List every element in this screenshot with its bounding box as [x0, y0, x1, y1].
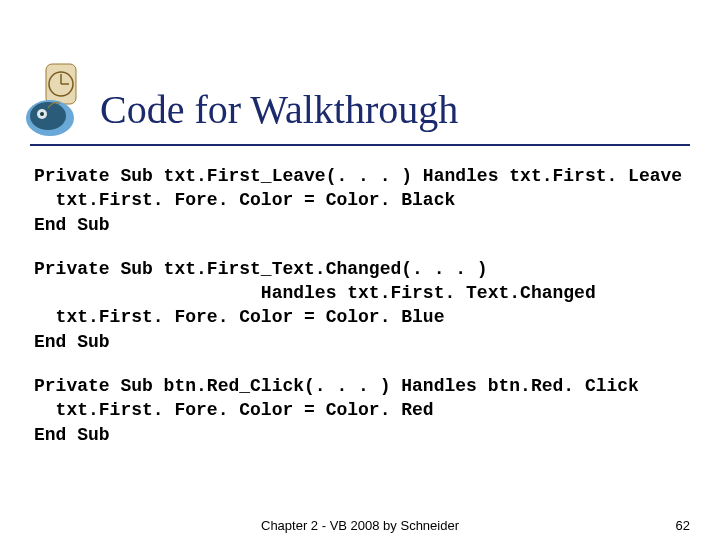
- code-line: Private Sub txt.First_Leave(. . . ) Hand…: [34, 166, 682, 186]
- code-line: End Sub: [34, 332, 110, 352]
- page-title: Code for Walkthrough: [100, 88, 458, 136]
- code-line: Private Sub btn.Red_Click(. . . ) Handle…: [34, 376, 639, 396]
- code-block-1: Private Sub txt.First_Leave(. . . ) Hand…: [34, 164, 686, 237]
- svg-point-7: [40, 112, 44, 116]
- logo-icon: [20, 60, 90, 140]
- svg-point-5: [30, 102, 66, 130]
- footer-caption: Chapter 2 - VB 2008 by Schneider: [261, 518, 459, 533]
- slide-header: Code for Walkthrough: [0, 0, 720, 136]
- code-line: End Sub: [34, 215, 110, 235]
- code-content: Private Sub txt.First_Leave(. . . ) Hand…: [0, 146, 720, 447]
- code-line: txt.First. Fore. Color = Color. Blue: [34, 307, 444, 327]
- page-number: 62: [676, 518, 690, 533]
- code-line: End Sub: [34, 425, 110, 445]
- code-line: Handles txt.First. Text.Changed: [34, 283, 596, 303]
- code-line: txt.First. Fore. Color = Color. Black: [34, 190, 455, 210]
- code-line: Private Sub txt.First_Text.Changed(. . .…: [34, 259, 488, 279]
- code-line: txt.First. Fore. Color = Color. Red: [34, 400, 434, 420]
- code-block-2: Private Sub txt.First_Text.Changed(. . .…: [34, 257, 686, 354]
- code-block-3: Private Sub btn.Red_Click(. . . ) Handle…: [34, 374, 686, 447]
